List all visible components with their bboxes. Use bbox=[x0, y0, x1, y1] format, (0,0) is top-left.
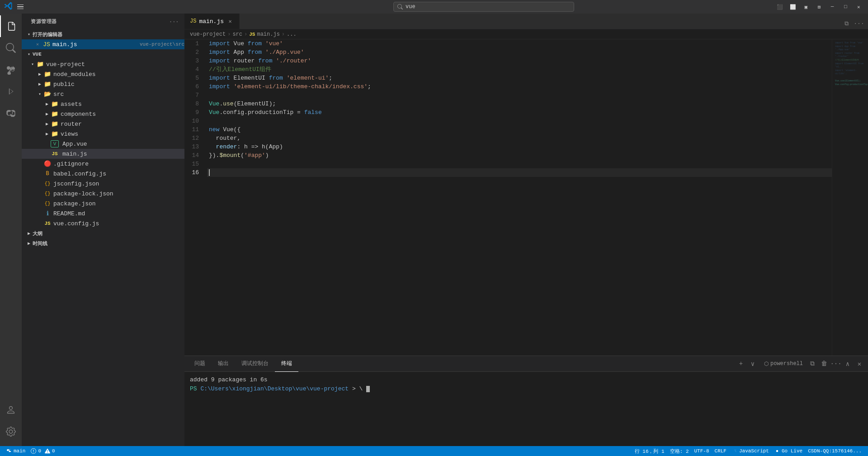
panel-layout-icon[interactable]: ⬜ bbox=[787, 0, 798, 14]
editor-area: JS main.js ✕ ⧉ ··· vue-project › src › J… bbox=[184, 14, 868, 446]
tree-vue-project[interactable]: ▾ 📁 vue-project bbox=[22, 59, 184, 69]
open-file-main-js[interactable]: ✕ JS main.js vue-project\src bbox=[22, 39, 184, 49]
tree-gitignore[interactable]: 🔴 .gitignore bbox=[22, 159, 184, 169]
activity-search[interactable] bbox=[0, 37, 22, 59]
panel-actions: + ∨ ⬡ powershell ⧉ 🗑 bbox=[736, 359, 864, 369]
status-branch[interactable]: main bbox=[4, 446, 28, 456]
code-editor[interactable]: 1 2 3 4 5 6 7 8 9 10 11 12 13 14 15 16 bbox=[184, 39, 868, 356]
terminal-ps-prompt: PS bbox=[190, 385, 200, 392]
assets-label: assets bbox=[61, 101, 184, 108]
titlebar-center: vue bbox=[197, 2, 770, 12]
panel-maximize-button[interactable]: ∧ bbox=[843, 359, 853, 369]
panel-add-button[interactable]: + bbox=[736, 359, 746, 369]
views-arrow: ▶ bbox=[43, 131, 51, 137]
activity-extensions[interactable] bbox=[0, 102, 22, 124]
tree-public[interactable]: ▶ 📁 public bbox=[22, 79, 184, 89]
tree-app-vue[interactable]: V App.vue bbox=[22, 139, 184, 149]
add-icon: + bbox=[739, 360, 743, 367]
breadcrumb-project[interactable]: vue-project bbox=[190, 31, 226, 38]
breadcrumb-filename[interactable]: main.js bbox=[257, 31, 279, 38]
close-button[interactable]: ✕ bbox=[853, 0, 864, 14]
tree-router[interactable]: ▶ 📁 router bbox=[22, 119, 184, 129]
code-content[interactable]: import Vue from 'vue' import App from '.… bbox=[207, 39, 832, 356]
close-icon[interactable]: ✕ bbox=[34, 41, 41, 48]
tab-main-js[interactable]: JS main.js ✕ bbox=[184, 14, 240, 29]
panel-chevron-down-button[interactable]: ∨ bbox=[748, 359, 758, 369]
panel-more-button[interactable]: ··· bbox=[831, 359, 841, 369]
js-tab-icon: JS bbox=[190, 18, 196, 24]
tree-views[interactable]: ▶ 📁 views bbox=[22, 129, 184, 139]
status-cursor-position[interactable]: 行 16，列 1 bbox=[632, 446, 667, 456]
panel-tab-problems[interactable]: 问题 bbox=[188, 356, 212, 372]
readme-label: README.md bbox=[53, 210, 184, 217]
tree-main-js[interactable]: JS main.js bbox=[22, 149, 184, 159]
json-icon: {} bbox=[43, 190, 52, 197]
run-icon bbox=[6, 86, 16, 96]
folder-icon: 📂 bbox=[43, 90, 52, 98]
tab-close-button[interactable]: ✕ bbox=[226, 18, 234, 25]
tree-babel-config[interactable]: B babel.config.js bbox=[22, 169, 184, 179]
warning-count: 0 bbox=[52, 448, 55, 454]
sidebar-more-button[interactable]: ··· bbox=[169, 17, 179, 27]
tree-readme[interactable]: ℹ README.md bbox=[22, 209, 184, 218]
sidebar-header-actions: ··· bbox=[169, 17, 179, 27]
activity-run[interactable] bbox=[0, 81, 22, 102]
terminal-chevron: > \ bbox=[352, 385, 363, 392]
tree-assets[interactable]: ▶ 📁 assets bbox=[22, 99, 184, 109]
git-icon: 🔴 bbox=[43, 160, 52, 167]
panel-close-button[interactable]: ✕ bbox=[854, 359, 864, 369]
panel-tab-output[interactable]: 输出 bbox=[212, 356, 235, 372]
tree-vue-config[interactable]: JS vue.config.js bbox=[22, 218, 184, 228]
activity-explorer[interactable] bbox=[0, 15, 22, 37]
branch-name: main bbox=[14, 448, 25, 454]
tree-package-lock[interactable]: {} package-lock.json bbox=[22, 189, 184, 199]
split-editor-button[interactable]: ⧉ bbox=[841, 18, 852, 29]
status-encoding[interactable]: UTF-8 bbox=[692, 446, 712, 456]
tree-node-modules[interactable]: ▶ 📁 node_modules bbox=[22, 69, 184, 79]
sidebar-layout-icon[interactable]: ⬛ bbox=[774, 0, 785, 14]
editor-more-button[interactable]: ··· bbox=[854, 18, 864, 29]
line-num-6: 6 bbox=[186, 82, 203, 91]
activity-account[interactable] bbox=[0, 399, 22, 421]
panel-tab-debug[interactable]: 调试控制台 bbox=[235, 356, 275, 372]
code-line-9: Vue.config.productionTip = false bbox=[207, 108, 832, 117]
activity-settings[interactable] bbox=[0, 421, 22, 442]
outline-section[interactable]: ▶ 大纲 bbox=[22, 228, 184, 238]
vue-section[interactable]: ▾ VUE bbox=[22, 49, 184, 59]
panel-tab-terminal[interactable]: 终端 bbox=[275, 356, 298, 372]
status-golive[interactable]: Go Live bbox=[772, 446, 805, 456]
components-arrow: ▶ bbox=[43, 111, 51, 117]
terminal-line-2: PS C:\Users\xiongjian\Desktop\vue\vue-pr… bbox=[190, 385, 863, 394]
editor-layout-icon[interactable]: ▣ bbox=[800, 0, 811, 14]
search-bar[interactable]: vue bbox=[393, 2, 574, 12]
tree-package-json[interactable]: {} package.json bbox=[22, 199, 184, 209]
panel-trash-button[interactable]: 🗑 bbox=[819, 359, 829, 369]
text-cursor bbox=[209, 169, 210, 176]
line-num-2: 2 bbox=[186, 48, 203, 57]
tree-components[interactable]: ▶ 📁 components bbox=[22, 109, 184, 119]
folder-icon: 📁 bbox=[51, 100, 59, 108]
tree-jsconfig[interactable]: {} jsconfig.json bbox=[22, 179, 184, 189]
components-label: components bbox=[61, 111, 184, 118]
node-modules-label: node_modules bbox=[53, 71, 184, 78]
tree-src[interactable]: ▾ 📂 src bbox=[22, 89, 184, 99]
vue-project-arrow: ▾ bbox=[29, 62, 36, 67]
line-num-13: 13 bbox=[186, 142, 203, 151]
activity-source-control[interactable] bbox=[0, 59, 22, 81]
open-editors-section[interactable]: ▾ 打开的编辑器 bbox=[22, 29, 184, 39]
breadcrumb-more[interactable]: ... bbox=[287, 31, 297, 38]
status-errors[interactable]: 0 0 bbox=[28, 446, 57, 456]
breadcrumb-src[interactable]: src bbox=[232, 31, 242, 38]
hamburger-menu-icon[interactable] bbox=[16, 2, 25, 11]
status-line-ending[interactable]: CRLF bbox=[712, 446, 729, 456]
panel-split-button[interactable]: ⧉ bbox=[807, 359, 817, 369]
maximize-button[interactable]: □ bbox=[840, 0, 851, 14]
terminal-content[interactable]: added 9 packages in 6s PS C:\Users\xiong… bbox=[184, 372, 868, 446]
status-indent[interactable]: 空格: 2 bbox=[667, 446, 692, 456]
status-language[interactable]: JavaScript bbox=[729, 446, 772, 456]
js-file-icon: JS bbox=[51, 150, 59, 157]
status-csdn[interactable]: CSDN-QQ:1576146... bbox=[805, 446, 864, 456]
minimize-button[interactable]: ─ bbox=[827, 0, 838, 14]
customize-layout-icon[interactable]: ⊞ bbox=[813, 0, 825, 14]
timeline-section[interactable]: ▶ 时间线 bbox=[22, 238, 184, 248]
